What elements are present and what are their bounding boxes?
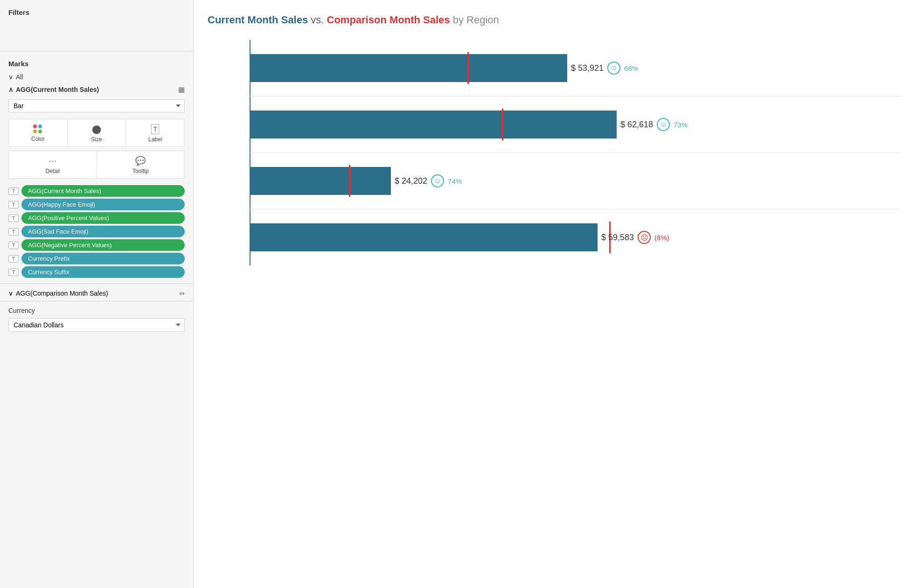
- percent-label: 68%: [624, 64, 638, 72]
- tooltip-button[interactable]: 💬 Tooltip: [97, 151, 185, 179]
- filters-header: Filters: [0, 0, 193, 23]
- right-panel: Current Month Sales vs. Comparison Month…: [194, 0, 918, 588]
- label-label: Label: [148, 136, 162, 143]
- bar-value-label: $ 24,202☺74%: [395, 174, 786, 187]
- pill-row: TAGG(Positive Percent Values): [8, 212, 185, 224]
- percent-label: 74%: [448, 177, 462, 185]
- bar: [250, 111, 617, 138]
- marks-buttons-row2: ⋯ Detail 💬 Tooltip: [0, 151, 193, 182]
- percent-label: (8%): [654, 234, 669, 242]
- bar-value-text: $ 62,618: [620, 120, 653, 130]
- happy-face-emoji: ☺: [657, 118, 670, 131]
- all-row[interactable]: ∨ All: [0, 71, 193, 83]
- marks-header: Marks: [0, 51, 193, 71]
- sad-face-emoji: ☹: [638, 231, 651, 244]
- size-button[interactable]: ⬤ Size: [67, 119, 126, 147]
- pill-row: TCurrency Prefix: [8, 253, 185, 264]
- bar-value-text: $ 59,583: [601, 233, 634, 242]
- chart-area: Central$ 53,921☺68%East$ 62,618☺73%South…: [208, 40, 899, 265]
- pill-label[interactable]: Currency Suffix: [21, 266, 185, 278]
- pill-type-indicator: T: [8, 201, 19, 208]
- size-icon: ⬤: [92, 124, 101, 134]
- chart-title: Current Month Sales vs. Comparison Month…: [208, 14, 899, 26]
- pill-type-indicator: T: [8, 269, 19, 276]
- filters-section: Filters: [0, 0, 193, 51]
- bar: [250, 223, 598, 251]
- pill-type-indicator: T: [8, 228, 19, 235]
- bar-container: $ 59,583☹(8%): [250, 223, 725, 251]
- pill-row: TAGG(Happy Face Emoji): [8, 199, 185, 210]
- agg-current-month-row: ∧ AGG(Current Month Sales) ▦: [0, 83, 193, 97]
- currency-section: Currency Canadian Dollars US Dollars Eur…: [0, 301, 193, 336]
- pill-label[interactable]: AGG(Current Month Sales): [21, 185, 185, 197]
- bar-container: $ 53,921☺68%: [250, 54, 725, 82]
- color-button[interactable]: Color: [8, 119, 67, 147]
- pill-list: TAGG(Current Month Sales)TAGG(Happy Face…: [0, 182, 193, 281]
- bar-value-label: $ 53,921☺68%: [571, 62, 786, 75]
- bar-value-text: $ 24,202: [395, 176, 427, 186]
- marks-section: Marks ∨ All ∧ AGG(Current Month Sales) ▦…: [0, 51, 193, 336]
- agg-comparison-row: ∨ AGG(Comparison Month Sales) ⇔: [0, 284, 193, 301]
- currency-label: Currency: [8, 307, 185, 314]
- reference-line: [467, 52, 469, 84]
- currency-select[interactable]: Canadian Dollars US Dollars Euros Britis…: [8, 318, 185, 332]
- label-icon: T: [151, 124, 159, 134]
- chevron-down2-icon: ∨: [8, 290, 13, 297]
- bar-chart-icon: ▦: [178, 85, 185, 94]
- marks-buttons-row: Color ⬤ Size T Label: [0, 115, 193, 151]
- pill-label[interactable]: AGG(Happy Face Emoji): [21, 199, 185, 210]
- agg-comparison-label: AGG(Comparison Month Sales): [16, 290, 108, 297]
- bar-group: South$ 24,202☺74%: [250, 153, 899, 209]
- tooltip-icon: 💬: [135, 156, 146, 166]
- pill-row: TCurrency Suffix: [8, 266, 185, 278]
- chart-title-vs: vs.: [311, 14, 327, 26]
- bar-group: West$ 59,583☹(8%): [250, 209, 899, 265]
- color-label: Color: [31, 136, 45, 142]
- bar: [250, 54, 567, 82]
- bar-value-text: $ 53,921: [571, 63, 604, 73]
- pill-row: TAGG(Negative Percent Values): [8, 239, 185, 251]
- left-panel: Filters Marks ∨ All ∧ AGG(Current Month …: [0, 0, 194, 588]
- pill-type-indicator: T: [8, 187, 19, 195]
- pill-row: TAGG(Current Month Sales): [8, 185, 185, 197]
- happy-face-emoji: ☺: [431, 174, 444, 187]
- pill-label[interactable]: Currency Prefix: [21, 253, 185, 264]
- chart-title-current: Current Month Sales: [208, 14, 308, 26]
- bar-dropdown-row[interactable]: Bar: [0, 97, 193, 115]
- reference-line: [349, 165, 350, 197]
- percent-label: 73%: [674, 121, 688, 129]
- bar-group: East$ 62,618☺73%: [250, 97, 899, 152]
- bar-value-label: $ 62,618☺73%: [620, 118, 786, 131]
- reference-line: [502, 109, 503, 140]
- pill-label[interactable]: AGG(Positive Percent Values): [21, 212, 185, 224]
- agg-current-month-label: AGG(Current Month Sales): [16, 86, 99, 93]
- detail-label: Detail: [45, 168, 60, 174]
- happy-face-emoji: ☺: [607, 62, 620, 75]
- pill-type-indicator: T: [8, 214, 19, 222]
- chart-title-region: by Region: [453, 14, 499, 26]
- tooltip-label: Tooltip: [132, 168, 149, 174]
- pill-type-indicator: T: [8, 242, 19, 249]
- detail-icon: ⋯: [49, 156, 57, 166]
- currency-dropdown-wrap: Canadian Dollars US Dollars Euros Britis…: [8, 318, 185, 332]
- chevron-down-icon: ∨: [8, 73, 13, 81]
- dual-axis-icon: ⇔: [179, 290, 185, 297]
- label-button[interactable]: T Label: [125, 119, 185, 147]
- all-label: All: [16, 73, 23, 81]
- pill-label[interactable]: AGG(Sad Face Emoji): [21, 226, 185, 237]
- bar: [250, 167, 391, 195]
- detail-button[interactable]: ⋯ Detail: [8, 151, 97, 179]
- pill-label[interactable]: AGG(Negative Percent Values): [21, 239, 185, 251]
- bar-container: $ 62,618☺73%: [250, 111, 725, 138]
- pill-type-indicator: T: [8, 255, 19, 263]
- bar-group: Central$ 53,921☺68%: [250, 40, 899, 96]
- size-label: Size: [91, 136, 102, 143]
- bar-type-select[interactable]: Bar: [8, 99, 185, 112]
- chevron-up-icon: ∧: [8, 86, 13, 93]
- chart-title-comparison: Comparison Month Sales: [327, 14, 450, 26]
- bar-container: $ 24,202☺74%: [250, 167, 725, 195]
- bar-value-label: $ 59,583☹(8%): [601, 231, 786, 244]
- pill-row: TAGG(Sad Face Emoji): [8, 226, 185, 237]
